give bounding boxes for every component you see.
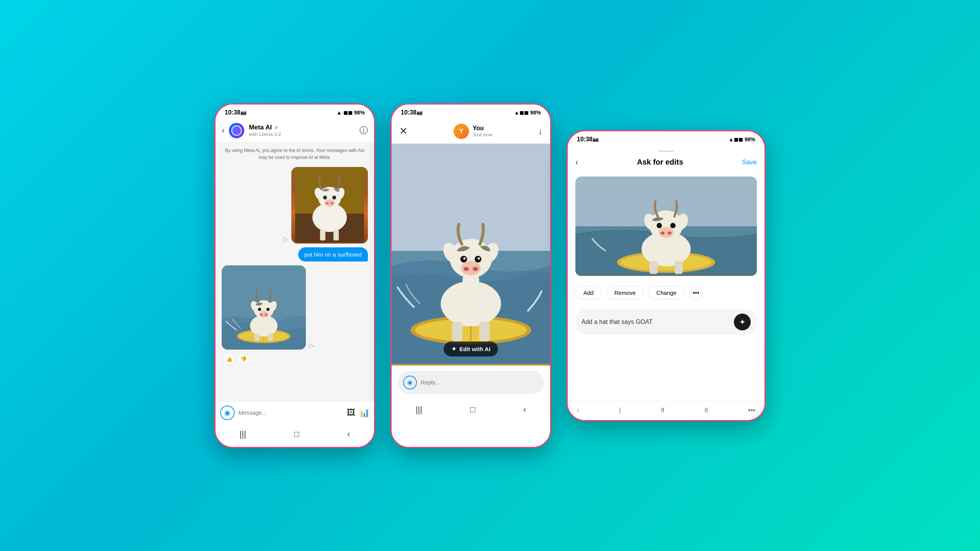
modal-back-button[interactable]: ‹ — [575, 157, 578, 167]
svg-point-24 — [260, 314, 263, 316]
kb-back-button[interactable]: ‹ — [577, 407, 579, 414]
nav-home-button-2[interactable]: □ — [470, 405, 475, 415]
nav-bar-1: ||| □ ‹ — [216, 424, 374, 447]
svg-point-57 — [670, 223, 676, 228]
kb-cursor-item[interactable]: | — [619, 407, 621, 414]
sparkle-icon: ✦ — [739, 317, 746, 327]
incoming-goat-surfboard-image[interactable] — [222, 265, 306, 350]
download-button[interactable]: ↓ — [538, 126, 542, 136]
gallery-button[interactable]: 🖼 — [347, 408, 355, 418]
info-button[interactable]: ⓘ — [359, 125, 368, 136]
nav-back-button[interactable]: ‹ — [347, 429, 350, 439]
verified-icon: ✓ — [274, 124, 279, 131]
camera-button[interactable]: ◉ — [220, 405, 235, 420]
signal-icon-3: ▲◼◼ — [728, 136, 743, 142]
remove-button[interactable]: Remove — [606, 286, 644, 299]
svg-point-10 — [330, 202, 333, 204]
status-bar-2: 10:38 📷 ▲◼◼ 98% — [392, 105, 550, 119]
outgoing-message-row: put him on a surfboard — [222, 247, 368, 262]
edit-ai-icon: ✦ — [451, 345, 456, 353]
kb-more-button[interactable]: ••• — [748, 407, 755, 415]
svg-point-21 — [258, 308, 261, 311]
signal-icon-1: ▲ — [336, 110, 342, 116]
svg-point-9 — [326, 202, 329, 204]
time-3: 10:38 — [577, 136, 593, 143]
nav-bar-2: ||| □ ‹ — [392, 399, 550, 422]
svg-point-40 — [463, 257, 466, 259]
svg-point-56 — [657, 223, 662, 228]
edit-image-container — [575, 177, 757, 276]
camera-status-icon-3: 📷 — [593, 136, 599, 142]
more-actions-button[interactable]: ••• — [689, 286, 703, 300]
battery-2: 98% — [530, 110, 541, 116]
svg-point-7 — [332, 196, 336, 199]
reply-bar: ◉ — [398, 371, 544, 394]
reply-input[interactable] — [421, 379, 539, 386]
svg-point-43 — [464, 267, 469, 271]
thumbs-down-button[interactable]: 👎 — [238, 353, 249, 365]
chat-name: Meta AI ✓ — [249, 124, 355, 131]
modal-header: ‹ Ask for edits Save — [568, 152, 764, 173]
svg-rect-11 — [320, 230, 325, 240]
outgoing-goat-image[interactable] — [291, 167, 368, 244]
incoming-send-icon: ▷ — [309, 341, 314, 350]
chat-subtitle: with Llama 3.2 — [249, 131, 355, 137]
battery-3: 98% — [745, 136, 755, 142]
nav-home-button[interactable]: □ — [294, 429, 299, 439]
chat-header: ‹ Meta AI ✓ with Llama 3.2 ⓘ — [216, 119, 374, 142]
kb-if-item[interactable]: If — [661, 407, 664, 414]
chat-input-bar: ◉ 🖼 📊 — [216, 401, 374, 424]
svg-rect-12 — [333, 230, 339, 240]
svg-rect-45 — [452, 322, 463, 341]
time-2: 10:38 — [401, 109, 416, 116]
close-button[interactable]: ✕ — [399, 125, 408, 137]
edit-preview-image — [575, 177, 757, 276]
thumbs-up-button[interactable]: 👍 — [223, 353, 235, 365]
send-status-icon: ▷ — [283, 235, 288, 244]
fullview-image: ✦ Edit with AI — [392, 144, 550, 366]
edit-ai-label: Edit with AI — [459, 346, 490, 352]
svg-rect-46 — [479, 322, 490, 341]
status-bar-3: 10:38 📷 ▲◼◼ 98% — [568, 131, 764, 146]
post-time: Just now — [473, 132, 492, 137]
username: You — [473, 125, 492, 132]
svg-point-41 — [478, 257, 480, 259]
message-input[interactable] — [238, 409, 343, 416]
voice-button[interactable]: 📊 — [359, 408, 369, 418]
svg-point-60 — [668, 231, 671, 234]
svg-rect-61 — [650, 261, 658, 274]
nav-menu-button[interactable]: ||| — [240, 429, 246, 439]
modal-save-button[interactable]: Save — [742, 159, 757, 166]
nav-back-button-2[interactable]: ‹ — [523, 405, 526, 415]
edit-input-row: ✦ — [575, 309, 757, 335]
reply-camera-button[interactable]: ◉ — [403, 376, 417, 389]
edit-with-ai-button[interactable]: ✦ Edit with AI — [444, 342, 498, 356]
send-ai-button[interactable]: ✦ — [734, 314, 751, 330]
battery-1: 98% — [354, 110, 365, 116]
phone-1-frame: 10:38 📷 ▲ ◼◼ 98% ‹ Meta AI ✓ with Llama … — [214, 103, 375, 448]
signal-icon-2: ▲◼◼ — [514, 110, 529, 116]
svg-point-8 — [324, 199, 335, 207]
reaction-bar: 👍 👎 — [222, 353, 368, 365]
user-row: Y You Just now — [454, 124, 492, 139]
edit-text-input[interactable] — [581, 319, 729, 325]
add-button[interactable]: Add — [575, 286, 602, 299]
nav-menu-button-2[interactable]: ||| — [416, 405, 422, 415]
meta-ai-avatar — [229, 123, 244, 138]
change-button[interactable]: Change — [648, 286, 685, 299]
goat-surf-image-large[interactable]: ✦ Edit with AI — [392, 144, 550, 366]
incoming-image-row: ▷ — [222, 265, 368, 350]
kb-it-item[interactable]: It — [704, 407, 708, 414]
outgoing-image-row: ▷ — [222, 167, 368, 244]
user-info: You Just now — [473, 125, 492, 137]
svg-point-25 — [265, 314, 268, 316]
surfboard-message-bubble: put him on a surfboard — [298, 247, 368, 262]
status-bar-1: 10:38 📷 ▲ ◼◼ 98% — [216, 105, 374, 119]
chat-header-info: Meta AI ✓ with Llama 3.2 — [249, 124, 355, 137]
svg-point-22 — [266, 308, 270, 311]
svg-rect-26 — [255, 334, 259, 341]
back-button[interactable]: ‹ — [222, 126, 224, 136]
modal-title: Ask for edits — [637, 158, 683, 167]
keyboard-bar: ‹ | If It ••• — [568, 401, 764, 420]
phone-2-frame: 10:38 📷 ▲◼◼ 98% ✕ Y You Just now ↓ — [390, 103, 551, 448]
